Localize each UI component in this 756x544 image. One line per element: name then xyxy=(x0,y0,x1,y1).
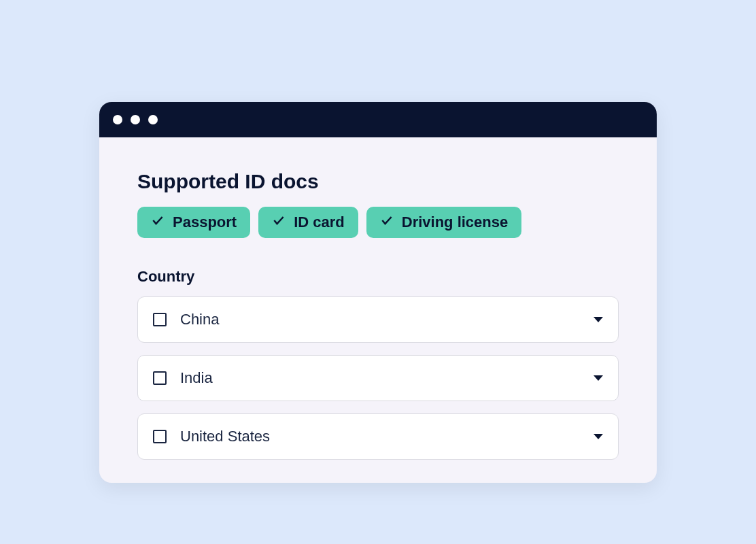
doc-type-chip-passport[interactable]: Passport xyxy=(137,207,250,238)
country-label: China xyxy=(180,311,580,328)
checkbox-icon[interactable] xyxy=(153,313,167,326)
check-icon xyxy=(272,214,286,231)
country-row-china[interactable]: China xyxy=(137,296,619,343)
country-label: India xyxy=(180,369,580,387)
doc-type-chips: Passport ID card Driving license xyxy=(137,207,619,238)
window-control-dot[interactable] xyxy=(148,115,158,124)
check-icon xyxy=(151,214,165,231)
country-list: China India United States xyxy=(137,296,619,460)
content-area: Supported ID docs Passport ID card Drivi… xyxy=(99,137,657,460)
doc-type-chip-driving-license[interactable]: Driving license xyxy=(366,207,522,238)
chip-label: ID card xyxy=(294,214,345,231)
checkbox-icon[interactable] xyxy=(153,371,167,385)
chevron-down-icon xyxy=(594,375,603,381)
check-icon xyxy=(380,214,394,231)
country-row-united-states[interactable]: United States xyxy=(137,413,619,460)
checkbox-icon[interactable] xyxy=(153,430,167,443)
window-titlebar xyxy=(99,102,657,137)
country-label: United States xyxy=(180,428,580,445)
doc-type-chip-id-card[interactable]: ID card xyxy=(258,207,358,238)
chip-label: Driving license xyxy=(402,214,509,231)
country-row-india[interactable]: India xyxy=(137,355,619,401)
chip-label: Passport xyxy=(173,214,237,231)
country-section-label: Country xyxy=(137,268,619,286)
chevron-down-icon xyxy=(594,317,603,322)
window-control-dot[interactable] xyxy=(113,115,122,124)
app-window: Supported ID docs Passport ID card Drivi… xyxy=(99,102,657,483)
window-control-dot[interactable] xyxy=(131,115,140,124)
page-title: Supported ID docs xyxy=(137,170,619,193)
chevron-down-icon xyxy=(594,434,603,439)
